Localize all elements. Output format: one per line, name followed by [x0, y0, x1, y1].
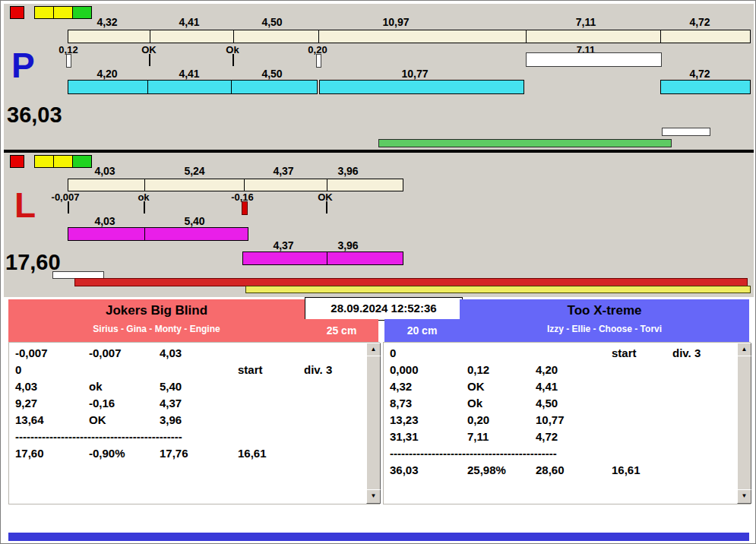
- table-cell: [160, 363, 238, 380]
- scroll-down-button[interactable]: ▼: [737, 489, 751, 504]
- target-bar-segment: [144, 179, 245, 191]
- result-value-label: 4,50: [261, 68, 282, 80]
- total-score-l: 17,60: [5, 251, 61, 274]
- table-row: 13,64OK3,96: [15, 413, 366, 430]
- table-cell: [672, 380, 726, 397]
- table-cell: 9,27: [15, 397, 89, 413]
- table-row: 31,317,114,72: [390, 430, 737, 447]
- yellow-light-icon: [53, 155, 73, 168]
- score-section: Jokers Big Blind Sirius - Gina - Monty -…: [4, 297, 754, 542]
- table-cell: 4,20: [536, 363, 612, 380]
- table-cell: 13,64: [15, 413, 89, 430]
- yellow-light-icon: [34, 6, 54, 19]
- target-bar-segment: [150, 30, 235, 43]
- result-bar-segment: [327, 251, 403, 265]
- result-value-label: 5,40: [184, 215, 204, 227]
- team-right-name: Too X-treme: [460, 299, 749, 318]
- table-cell: 0: [15, 363, 89, 380]
- table-cell: [612, 363, 672, 380]
- result-value-label: 4,37: [273, 239, 293, 251]
- team-left-name: Jokers Big Blind: [8, 299, 305, 318]
- table-cell: 8,73: [390, 397, 467, 413]
- deviation-bar: [66, 54, 71, 68]
- table-cell: Ok: [467, 397, 536, 413]
- table-cell: 0,000: [390, 363, 467, 380]
- scroll-thumb[interactable]: [737, 356, 751, 491]
- table-cell: [238, 397, 304, 413]
- target-bar-segment: [526, 30, 662, 43]
- table-cell: [304, 380, 357, 397]
- scroll-thumb[interactable]: [366, 356, 381, 491]
- red-light-icon: [10, 155, 24, 168]
- team-right-header: Too X-treme Izzy - Ellie - Choose - Torv…: [460, 299, 749, 342]
- table-cell: ok: [89, 380, 160, 397]
- status-lights: [10, 6, 92, 19]
- scrollbar[interactable]: ▲ ▼: [737, 343, 750, 504]
- result-bar-segment: [319, 80, 524, 94]
- target-value-label: 4,03: [94, 165, 115, 177]
- table-cell: [612, 413, 672, 430]
- deviation-red-bar: [242, 201, 248, 215]
- table-row: 13,230,2010,77: [390, 413, 737, 430]
- deviation-label: -0,007: [52, 191, 80, 203]
- red-light-icon: [10, 6, 24, 19]
- table-row: 4,32OK4,41: [390, 380, 737, 397]
- table-row: -0,007-0,0074,03: [15, 346, 366, 363]
- table-cell: [238, 380, 304, 397]
- result-value-label: 10,77: [401, 68, 428, 80]
- target-value-label: 5,24: [184, 165, 204, 177]
- target-bar-segment: [244, 179, 328, 191]
- table-cell: 0,12: [467, 363, 536, 380]
- progress-green-bar: [378, 139, 672, 147]
- app-window: 4,32 4,41 4,50 10,97 7,11 4,72 0,12 OK O…: [0, 0, 756, 544]
- yellow-light-icon: [53, 6, 73, 19]
- target-bar-segment: [318, 30, 527, 43]
- team-left-header: Jokers Big Blind Sirius - Gina - Monty -…: [8, 299, 305, 342]
- table-cell: [467, 346, 536, 363]
- result-bar-segment: [660, 80, 751, 94]
- table-cell: 31,31: [390, 430, 467, 447]
- panel-l: 4,03 5,24 4,37 3,96 -0,007 ok -0,16 OK L…: [4, 153, 754, 297]
- table-row: 0,0000,124,20: [390, 363, 737, 380]
- table-cell: [89, 363, 160, 380]
- table-cell: [304, 447, 357, 463]
- table-cell: div. 3: [672, 346, 726, 363]
- table-row: 0startdiv. 3: [15, 363, 366, 380]
- table-cell: [304, 413, 357, 430]
- panel-p: 4,32 4,41 4,50 10,97 7,11 4,72 0,12 OK O…: [4, 4, 754, 150]
- deviation-bar: [316, 54, 321, 68]
- table-cell: -0,007: [15, 346, 89, 363]
- target-value-label: 4,37: [273, 165, 293, 177]
- target-bar-segment: [68, 179, 146, 191]
- table-cell: [612, 430, 672, 447]
- progress-white-bar: [662, 128, 710, 136]
- team-right-distance: 20 cm: [384, 319, 460, 342]
- result-value-label: 4,03: [94, 215, 115, 227]
- table-row: 17,60-0,90%17,7616,61: [15, 447, 366, 463]
- scrollbar[interactable]: ▲ ▼: [366, 343, 379, 504]
- table-cell: start: [612, 346, 672, 363]
- table-row: 4,03ok5,40: [15, 380, 366, 397]
- table-cell: [672, 430, 726, 447]
- table-cell: [672, 413, 726, 430]
- table-cell: [304, 397, 357, 413]
- table-cell: 36,03: [390, 463, 467, 480]
- deviation-tick: [144, 201, 145, 213]
- table-cell: 0,20: [467, 413, 536, 430]
- score-rows: 0startdiv. 30,0000,124,204,32OK4,418,73O…: [384, 343, 737, 504]
- table-cell: 4,03: [160, 346, 238, 363]
- result-bar-segment: [231, 80, 318, 94]
- table-cell: -0,16: [89, 397, 160, 413]
- table-row: 9,27-0,164,37: [15, 397, 366, 413]
- target-value-label: 4,50: [261, 16, 282, 28]
- table-cell: 28,60: [536, 463, 612, 480]
- result-value-label: 4,72: [689, 68, 710, 80]
- table-cell: 4,41: [536, 380, 612, 397]
- scroll-down-button[interactable]: ▼: [366, 489, 381, 504]
- table-cell: 4,50: [536, 397, 612, 413]
- target-value-label: 3,96: [337, 165, 358, 177]
- table-cell: OK: [467, 380, 536, 397]
- target-value-label: 4,72: [689, 16, 710, 28]
- table-cell: [238, 413, 304, 430]
- table-cell: [672, 397, 726, 413]
